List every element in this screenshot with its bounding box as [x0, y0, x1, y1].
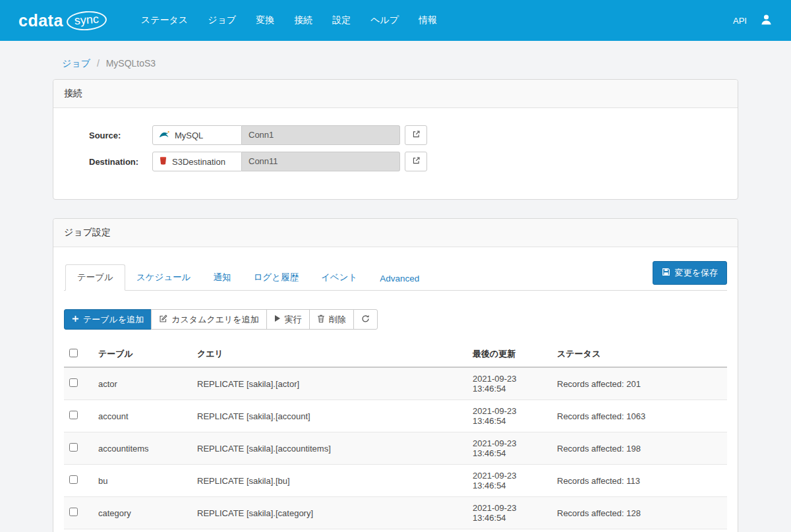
job-tabs: テーブル スケジュール 通知 ログと履歴 イベント Advanced 変更を保存	[64, 260, 727, 291]
cell-last-update: 2021-09-23 13:46:54	[467, 432, 552, 465]
job-settings-panel-title: ジョブ設定	[53, 219, 738, 247]
row-checkbox[interactable]	[69, 378, 78, 387]
source-connection-name: Conn1	[242, 125, 400, 145]
breadcrumb: ジョブ / MySQLtoS3	[53, 55, 738, 79]
source-connector-box[interactable]: MySQL	[152, 125, 242, 145]
mysql-icon	[159, 130, 170, 140]
destination-label: Destination:	[89, 157, 152, 167]
job-settings-panel: ジョブ設定 テーブル スケジュール 通知 ログと履歴 イベント Advanced	[53, 218, 738, 532]
table-row: accountitems REPLICATE [sakila].[account…	[64, 432, 727, 465]
destination-connector-box[interactable]: S3Destination	[152, 152, 242, 171]
run-button[interactable]: 実行	[266, 309, 310, 330]
breadcrumb-jobs-link[interactable]: ジョブ	[62, 58, 90, 69]
tab-schedule[interactable]: スケジュール	[125, 265, 202, 290]
cell-last-update: 2021-09-23 13:46:54	[467, 529, 552, 532]
cell-status: Records affected: 198	[552, 432, 727, 465]
cell-last-update: 2021-09-23 13:46:54	[467, 465, 552, 497]
cell-status: Records affected: 128	[552, 497, 727, 529]
cell-table-name: actor	[93, 367, 192, 400]
plus-icon	[72, 314, 79, 324]
add-table-button[interactable]: テーブルを追加	[64, 309, 152, 330]
cell-query: REPLICATE [sakila].[category]	[192, 497, 467, 529]
nav-item-status[interactable]: ステータス	[141, 15, 188, 26]
cell-status: Records affected: 600	[552, 529, 727, 532]
source-open-button[interactable]	[405, 125, 427, 145]
cell-last-update: 2021-09-23 13:46:54	[467, 367, 552, 400]
column-header-query: クエリ	[192, 341, 467, 367]
nav-item-transformations[interactable]: 変換	[256, 15, 274, 26]
table-row: category REPLICATE [sakila].[category] 2…	[64, 497, 727, 529]
source-label: Source:	[89, 131, 152, 140]
cell-query: REPLICATE [sakila].[bu]	[192, 465, 467, 497]
destination-row: Destination: S3Destination Conn11	[89, 152, 727, 171]
table-header-row: テーブル クエリ 最後の更新 ステータス	[64, 341, 727, 367]
user-menu-button[interactable]	[760, 13, 773, 28]
cell-query: REPLICATE [sakila].[account]	[192, 400, 467, 432]
cell-table-name: category	[93, 497, 192, 529]
nav-item-help[interactable]: ヘルプ	[370, 15, 399, 26]
brand-product: sync	[66, 9, 107, 31]
external-link-icon	[412, 130, 421, 140]
row-checkbox[interactable]	[69, 508, 78, 516]
save-changes-button[interactable]: 変更を保存	[653, 261, 727, 285]
cell-query: REPLICATE [sakila].[city]	[192, 529, 467, 532]
table-toolbar: テーブルを追加 カスタムクエリを追加 実行	[64, 309, 727, 330]
page-content: ジョブ / MySQLtoS3 接続 Source: MySQL Conn1	[53, 41, 738, 532]
tab-advanced[interactable]: Advanced	[368, 267, 430, 290]
cell-status: Records affected: 201	[552, 367, 727, 400]
user-icon	[760, 13, 773, 28]
external-link-icon	[412, 156, 421, 167]
destination-connector-label: S3Destination	[172, 157, 225, 167]
add-custom-query-button[interactable]: カスタムクエリを追加	[151, 309, 266, 330]
column-header-status: ステータス	[552, 341, 727, 367]
cell-query: REPLICATE [sakila].[actor]	[192, 367, 467, 400]
row-checkbox[interactable]	[69, 475, 78, 484]
api-link[interactable]: API	[733, 16, 747, 26]
s3-icon	[159, 156, 167, 167]
refresh-button[interactable]	[353, 309, 378, 330]
delete-label: 削除	[329, 314, 346, 326]
cell-table-name: bu	[93, 465, 192, 497]
nav-item-jobs[interactable]: ジョブ	[208, 15, 236, 26]
table-row: actor REPLICATE [sakila].[actor] 2021-09…	[64, 367, 727, 400]
tab-tables[interactable]: テーブル	[65, 264, 125, 291]
destination-open-button[interactable]	[405, 152, 427, 171]
nav-item-info[interactable]: 情報	[419, 15, 437, 26]
brand-name: cdata	[18, 11, 63, 30]
delete-button[interactable]: 削除	[309, 309, 354, 330]
refresh-icon	[361, 314, 370, 325]
breadcrumb-separator: /	[97, 58, 100, 69]
main-nav: ステータス ジョブ 変換 接続 設定 ヘルプ 情報	[141, 15, 437, 26]
edit-icon	[159, 314, 167, 325]
row-checkbox[interactable]	[69, 443, 78, 452]
cell-table-name: account	[93, 400, 192, 432]
add-table-label: テーブルを追加	[83, 314, 144, 326]
cell-query: REPLICATE [sakila].[accountitems]	[192, 432, 467, 465]
connections-panel: 接続 Source: MySQL Conn1	[53, 79, 738, 200]
add-custom-query-label: カスタムクエリを追加	[171, 314, 258, 326]
app-logo[interactable]: cdata sync	[18, 11, 107, 30]
tab-logs-history[interactable]: ログと履歴	[243, 265, 310, 290]
header-right: API	[733, 13, 773, 28]
table-row: account REPLICATE [sakila].[account] 202…	[64, 400, 727, 432]
trash-icon	[317, 314, 325, 325]
row-checkbox[interactable]	[69, 411, 78, 419]
top-header: cdata sync ステータス ジョブ 変換 接続 設定 ヘルプ 情報 API	[0, 0, 791, 41]
nav-item-settings[interactable]: 設定	[332, 15, 351, 26]
job-settings-panel-body: テーブル スケジュール 通知 ログと履歴 イベント Advanced 変更を保存	[53, 247, 738, 532]
cell-table-name: accountitems	[93, 432, 192, 465]
nav-item-connections[interactable]: 接続	[294, 15, 312, 26]
select-all-checkbox[interactable]	[69, 349, 78, 357]
cell-status: Records affected: 113	[552, 465, 727, 497]
column-header-table: テーブル	[93, 341, 192, 367]
tables-table: テーブル クエリ 最後の更新 ステータス actor REPLICATE [sa…	[64, 341, 727, 532]
table-row: bu REPLICATE [sakila].[bu] 2021-09-23 13…	[64, 465, 727, 497]
tab-notifications[interactable]: 通知	[202, 265, 243, 290]
destination-connection-name: Conn11	[242, 152, 400, 171]
column-header-last-update: 最後の更新	[467, 341, 552, 367]
source-row: Source: MySQL Conn1	[89, 125, 727, 145]
tab-events[interactable]: イベント	[310, 265, 368, 290]
save-changes-label: 変更を保存	[675, 267, 718, 279]
table-row: city REPLICATE [sakila].[city] 2021-09-2…	[64, 529, 727, 532]
cell-table-name: city	[93, 529, 192, 532]
